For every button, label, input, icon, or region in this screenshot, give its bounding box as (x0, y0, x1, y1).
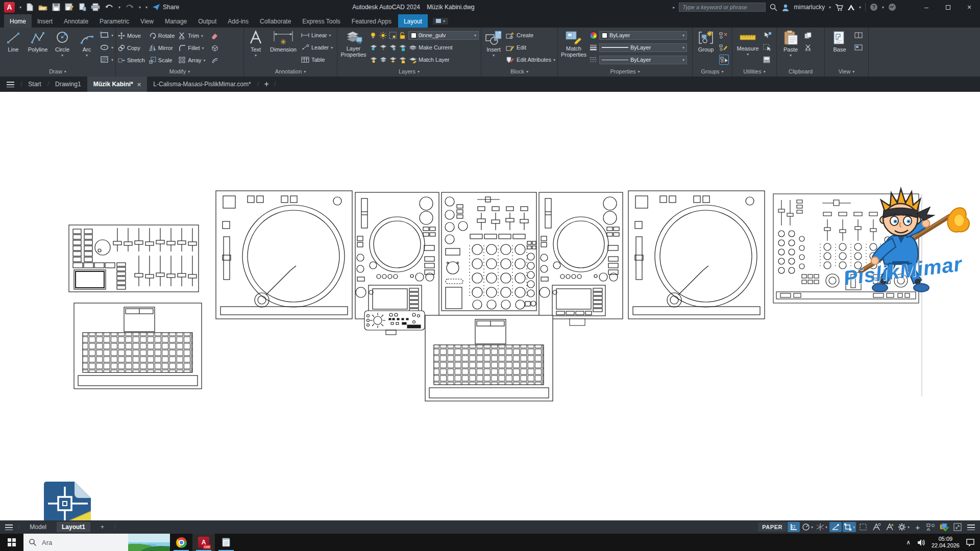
search-expand-icon[interactable]: ▸ (673, 5, 675, 10)
print-icon[interactable] (91, 3, 100, 11)
paper-space-button[interactable]: PAPER (758, 522, 787, 532)
layer-bulb-all-icon[interactable] (370, 57, 377, 63)
new-file-icon[interactable] (26, 3, 34, 11)
layer-freeze-all-icon[interactable] (389, 44, 397, 51)
panel-label-groups[interactable]: Groups▾ (693, 66, 732, 77)
user-dropdown-icon[interactable]: ▾ (829, 5, 831, 10)
group-edit-button[interactable] (719, 42, 729, 53)
taskbar-chrome-button[interactable] (170, 534, 192, 551)
tab-output[interactable]: Output (192, 14, 222, 28)
rectangle-button[interactable]: ▾ (100, 30, 113, 40)
autoscale-icon[interactable] (884, 522, 896, 532)
base-button[interactable]: Base (827, 29, 852, 53)
minimize-button[interactable]: – (918, 1, 935, 14)
tab-express-tools[interactable]: Express Tools (297, 14, 346, 28)
group-button[interactable]: Group (695, 29, 717, 53)
ribbon-display-toggle[interactable]: ▾ (433, 18, 448, 24)
layer-select-combo[interactable]: 0inne_gulv ▾ (408, 31, 479, 40)
array-button[interactable]: Array▾ (179, 57, 205, 64)
taskbar-clock[interactable]: 05:09 22.04.2026 (932, 536, 960, 549)
layer-thaw-all-icon[interactable] (389, 57, 397, 63)
autodesk-logo-icon[interactable] (847, 4, 855, 11)
explode-icon[interactable] (210, 44, 220, 52)
close-button[interactable]: × (961, 1, 978, 14)
tab-home[interactable]: Home (4, 14, 32, 28)
panel-label-properties[interactable]: Properties▾ (558, 66, 692, 77)
taskbar-autocad-button[interactable]: ACAD (192, 534, 215, 551)
keyboard-left[interactable] (74, 303, 202, 389)
turntable-left[interactable] (216, 191, 352, 319)
file-tab-drawing1[interactable]: Drawing1 (49, 77, 87, 92)
layer-thaw-sun-icon[interactable] (379, 32, 387, 39)
dimension-button[interactable]: Dimension (267, 29, 299, 53)
windows-start-button[interactable] (0, 534, 23, 551)
trim-button[interactable]: Trim▾ (179, 32, 205, 39)
tab-featured-apps[interactable]: Featured Apps (346, 14, 397, 28)
action-center-icon[interactable] (966, 538, 975, 546)
erase-icon[interactable] (210, 32, 220, 39)
offset-icon[interactable] (210, 57, 220, 64)
help-dropdown-icon[interactable]: ▾ (882, 5, 884, 10)
customization-menu-icon[interactable] (965, 522, 977, 532)
circle-button[interactable]: Circle▾ (51, 29, 74, 59)
tab-annotate[interactable]: Annotate (58, 14, 94, 28)
speaker-icon[interactable] (917, 539, 925, 546)
file-tabs-menu-icon[interactable] (0, 77, 20, 92)
help-icon[interactable]: ? (870, 3, 878, 11)
viewport-icon-1[interactable] (854, 30, 863, 40)
share-button[interactable]: Share (152, 4, 179, 11)
taskbar-notepad-button[interactable] (215, 534, 237, 551)
text-button[interactable]: Text▾ (246, 29, 265, 59)
select-objects-button[interactable] (763, 42, 772, 53)
scale-button[interactable]: Scale (149, 57, 175, 64)
layer-isolate-icon[interactable] (389, 32, 397, 39)
open-folder-icon[interactable] (38, 4, 47, 11)
cdj-foot[interactable] (570, 319, 585, 325)
new-layout-button[interactable]: + (95, 522, 109, 532)
copy-clip-button[interactable] (804, 30, 813, 40)
undo-icon[interactable] (105, 4, 114, 11)
layer-properties-button[interactable]: Layer Properties (339, 29, 368, 58)
effects-unit[interactable] (364, 311, 425, 335)
save-as-icon[interactable] (65, 3, 74, 11)
arc-button[interactable]: Arc▾ (76, 29, 98, 59)
match-layer-button[interactable]: Match Layer (408, 55, 450, 65)
insert-button[interactable]: Insert▾ (483, 29, 504, 59)
panel-label-view[interactable]: View▾ (825, 66, 868, 77)
linear-button[interactable]: Linear▾ (301, 30, 333, 40)
statusbar-menu-icon[interactable] (5, 524, 13, 530)
close-tab-icon[interactable]: × (137, 81, 141, 88)
annotation-visibility-icon[interactable] (870, 522, 883, 532)
fillet-button[interactable]: Fillet▾ (179, 44, 205, 52)
health-status-icon[interactable] (888, 3, 896, 11)
layer-on-bulb-icon[interactable] (370, 32, 377, 39)
linetype-combo[interactable]: ByLayer ▾ (599, 56, 687, 64)
user-avatar-icon[interactable] (781, 4, 790, 11)
qat-customize-icon[interactable]: ▾ (145, 5, 148, 10)
taskbar-search-input[interactable] (41, 538, 128, 547)
stretch-button[interactable]: Stretch (118, 57, 145, 64)
polyline-button[interactable]: Polyline (27, 29, 49, 53)
dj-mixer[interactable] (442, 192, 536, 311)
lineweight-combo[interactable]: ByLayer ▾ (599, 43, 687, 52)
osnap-tracking-icon[interactable] (829, 522, 842, 532)
fader-console[interactable] (69, 225, 199, 292)
viewport-icon-2[interactable] (854, 42, 863, 53)
app-menu-dropdown-icon[interactable]: ▾ (19, 5, 21, 10)
ungroup-button[interactable] (719, 30, 729, 40)
cut-clip-button[interactable] (804, 42, 813, 53)
rotate-button[interactable]: Rotate (149, 32, 175, 39)
snap-mode-icon[interactable] (788, 522, 800, 532)
search-icon[interactable] (770, 4, 777, 11)
make-current-button[interactable]: Make Current (408, 42, 453, 53)
tray-chevron-icon[interactable]: ∧ (906, 539, 911, 546)
ellipse-button[interactable]: ▾ (100, 42, 113, 53)
layout1-tab[interactable]: Layout1 (57, 522, 90, 532)
fullscreen-icon[interactable] (951, 522, 964, 532)
tab-insert[interactable]: Insert (32, 14, 58, 28)
panel-label-utilities[interactable]: Utilities▾ (732, 66, 776, 77)
panel-label-annotation[interactable]: Annotation▾ (244, 66, 337, 77)
keyboard-center[interactable] (425, 315, 553, 401)
autocad-app-logo[interactable]: A (4, 2, 15, 13)
quick-select-button[interactable] (763, 30, 772, 40)
